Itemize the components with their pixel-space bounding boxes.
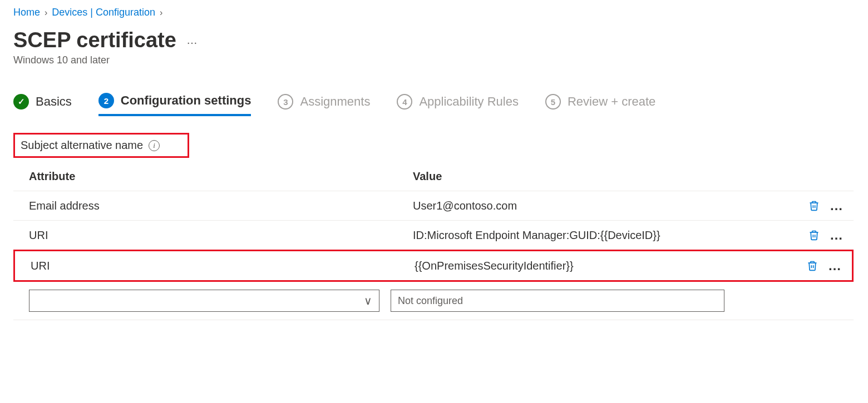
step-number-icon: 4: [397, 94, 412, 110]
wizard-step-label: Configuration settings: [121, 93, 251, 108]
cell-value: ID:Microsoft Endpoint Manager:GUID:{{Dev…: [413, 229, 793, 242]
row-more-icon[interactable]: …: [828, 259, 842, 272]
check-icon: [13, 94, 29, 110]
chevron-down-icon: ∨: [364, 294, 372, 307]
breadcrumb: Home › Devices | Configuration ›: [13, 7, 855, 18]
row-more-icon[interactable]: …: [830, 199, 844, 212]
chevron-right-icon: ›: [45, 8, 47, 18]
section-title: Subject alternative name: [21, 139, 143, 152]
section-header-san: Subject alternative name i: [13, 133, 189, 158]
more-actions-icon[interactable]: …: [186, 34, 199, 47]
cell-attribute: URI: [29, 229, 413, 242]
value-placeholder: Not configured: [398, 295, 463, 307]
wizard-step-applicability[interactable]: 4 Applicability Rules: [397, 94, 519, 115]
wizard-step-assignments[interactable]: 3 Assignments: [278, 94, 370, 115]
cell-attribute: URI: [31, 260, 415, 272]
column-header-actions: [793, 170, 844, 183]
table-row: Email address User1@contoso.com …: [13, 191, 854, 221]
breadcrumb-devices[interactable]: Devices | Configuration: [52, 7, 155, 18]
wizard-step-label: Review + create: [568, 94, 655, 109]
page-subtitle: Windows 10 and later: [13, 54, 855, 66]
san-table: Attribute Value Email address User1@cont…: [13, 165, 854, 282]
table-row: URI ID:Microsoft Endpoint Manager:GUID:{…: [13, 221, 854, 250]
info-icon[interactable]: i: [149, 140, 160, 151]
wizard-step-configuration[interactable]: 2 Configuration settings: [98, 93, 251, 116]
wizard-step-label: Applicability Rules: [419, 94, 519, 109]
delete-icon[interactable]: [807, 260, 818, 272]
page-title: SCEP certificate: [13, 28, 176, 52]
table-row: URI {{OnPremisesSecurityIdentifier}} …: [13, 250, 854, 282]
wizard-steps: Basics 2 Configuration settings 3 Assign…: [13, 93, 855, 116]
step-number-icon: 5: [545, 94, 561, 110]
cell-value: {{OnPremisesSecurityIdentifier}}: [415, 260, 792, 272]
san-section: Subject alternative name i Attribute Val…: [13, 133, 855, 320]
cell-value: User1@contoso.com: [413, 200, 793, 212]
step-number-icon: 2: [98, 93, 114, 108]
breadcrumb-home[interactable]: Home: [13, 7, 40, 18]
value-input[interactable]: Not configured: [391, 290, 724, 312]
new-entry-row: ∨ Not configured: [13, 290, 748, 312]
wizard-step-label: Basics: [36, 94, 72, 109]
cell-attribute: Email address: [29, 200, 413, 212]
delete-icon[interactable]: [808, 200, 820, 212]
page-title-row: SCEP certificate …: [13, 28, 855, 52]
delete-icon[interactable]: [808, 229, 820, 241]
wizard-step-label: Assignments: [300, 94, 370, 109]
attribute-select[interactable]: ∨: [29, 290, 379, 312]
wizard-step-review[interactable]: 5 Review + create: [545, 94, 655, 115]
row-more-icon[interactable]: …: [830, 228, 844, 242]
wizard-step-basics[interactable]: Basics: [13, 94, 72, 115]
chevron-right-icon: ›: [160, 8, 162, 18]
column-header-attribute: Attribute: [29, 170, 413, 183]
divider: [13, 320, 854, 320]
step-number-icon: 3: [278, 94, 293, 110]
table-header: Attribute Value: [13, 165, 854, 191]
column-header-value: Value: [413, 170, 793, 183]
